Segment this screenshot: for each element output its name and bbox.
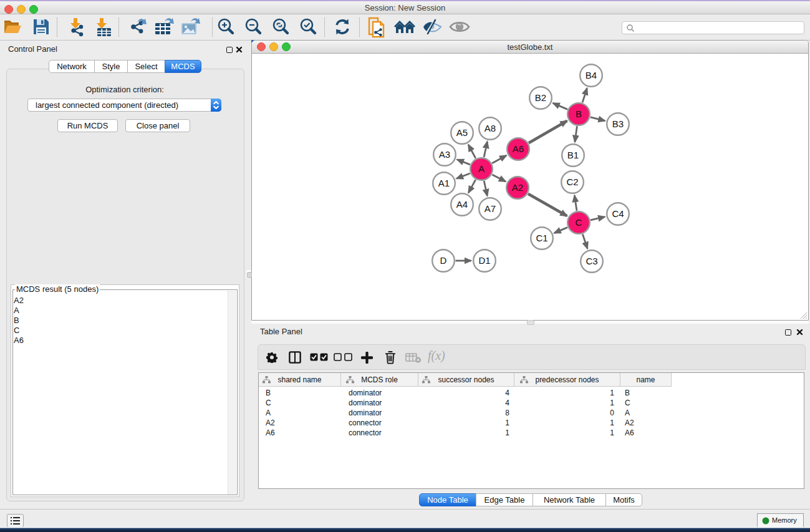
svg-text:B3: B3 [612,118,624,129]
svg-text:D: D [440,255,447,266]
svg-text:D1: D1 [478,255,490,266]
svg-text:C3: C3 [586,256,597,266]
svg-text:C1: C1 [536,233,547,243]
svg-text:C: C [576,217,582,228]
svg-text:A4: A4 [456,199,468,210]
svg-text:C2: C2 [566,177,578,187]
svg-text:A2: A2 [512,182,523,193]
svg-text:B2: B2 [535,92,546,103]
svg-text:A3: A3 [439,149,450,160]
svg-text:B: B [576,109,582,119]
svg-text:A7: A7 [485,203,496,214]
svg-text:B4: B4 [586,70,597,80]
svg-text:B1: B1 [567,150,579,160]
svg-text:C4: C4 [612,208,624,219]
svg-text:A8: A8 [485,123,496,133]
svg-text:A5: A5 [456,127,468,138]
svg-text:A6: A6 [513,143,524,154]
svg-text:A1: A1 [438,178,450,188]
svg-text:A: A [478,163,485,174]
